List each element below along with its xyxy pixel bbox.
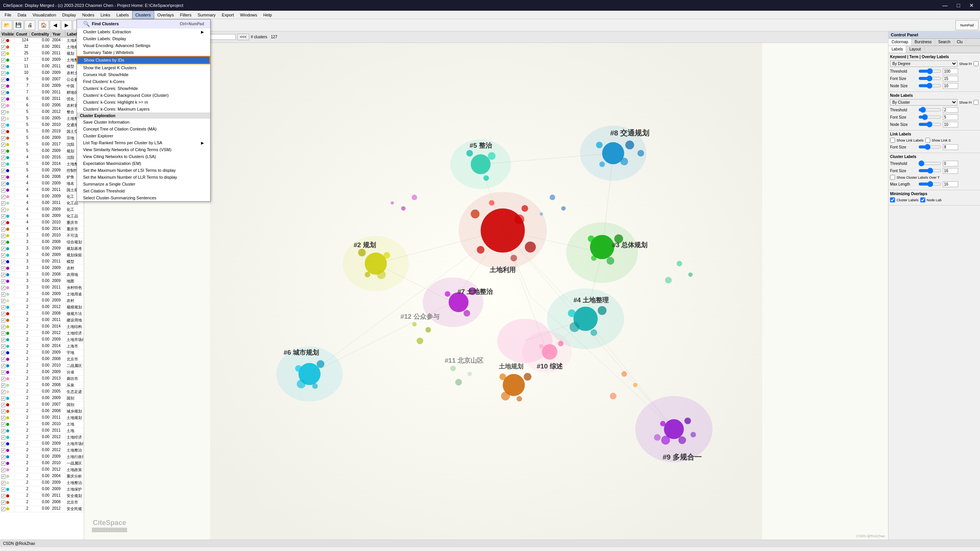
concept-tree[interactable]: Concept Tree of Citation Contexts (MA) [77,126,210,132]
set-citation-threshold[interactable]: Set Citation Threshold [77,187,210,194]
clusters-k-cores-highlight[interactable]: Clusters' k-Cores: Highlight k >= m [77,99,210,106]
set-max-llr-terms[interactable]: Set the Maximum Number of LLR Terms to d… [77,174,210,181]
find-clusters-item[interactable]: 🔍 Find Clusters Ctrl+NumPad [77,20,210,28]
set-max-lsi-terms[interactable]: Set the Maximum Number of LSI Terms to d… [77,167,210,174]
show-clusters-by-ids[interactable]: Show Clusters by IDs [77,56,210,64]
cluster-labels-extraction[interactable]: Cluster Labels: Extraction ▶ [77,28,210,35]
convex-hull-showhide[interactable]: Convex Hull: Show/Hide [77,71,210,78]
view-citing-networks[interactable]: View Citing Networks to Clusters (LSA) [77,153,210,160]
cluster-labels-section: Cluster Labels: Extraction ▶ Cluster Lab… [77,28,210,112]
cluster-explorer[interactable]: Cluster Explorer [77,132,210,139]
save-cluster-info[interactable]: Save Cluster Information [77,119,210,126]
dropdown-overlay[interactable]: 🔍 Find Clusters Ctrl+NumPad Cluster Labe… [0,0,980,551]
summary-table-whitelists[interactable]: Summary Table | Whitelists [77,49,210,56]
list-top-ranked-terms[interactable]: List Top Ranked Terms per Cluster by LSA… [77,139,210,146]
find-clusters-k-cores[interactable]: Find Clusters' k-Cores [77,78,210,85]
visual-encoding-advanced[interactable]: Visual Encoding: Advanced Settings [77,42,210,49]
cluster-exploration-header: Cluster Exploration [77,113,210,119]
clusters-k-cores-max-layers[interactable]: Clusters' k-Cores: Maximum Layers [77,106,210,112]
cluster-labels-display[interactable]: Cluster Labels: Display [77,35,210,42]
cluster-exploration-section: Cluster Exploration Save Cluster Informa… [77,112,210,201]
clusters-k-cores-showhide[interactable]: Clusters' k-Cores: Show/Hide [77,85,210,92]
show-largest-k[interactable]: Show the Largest K Clusters [77,64,210,71]
select-cluster-sentences[interactable]: Select Cluster-Summarizing Sentences [77,194,210,201]
summarize-single-cluster[interactable]: Summarize a Single Cluster [77,181,210,187]
view-similarity-networks[interactable]: View Similarity Networks of Citing Terms… [77,146,210,153]
expectation-maximization[interactable]: Expectation Maximization (EM) [77,160,210,167]
clusters-dropdown: 🔍 Find Clusters Ctrl+NumPad Cluster Labe… [77,19,211,202]
clusters-k-cores-bg-color[interactable]: Clusters' k-Cores: Background Color (Clu… [77,92,210,99]
